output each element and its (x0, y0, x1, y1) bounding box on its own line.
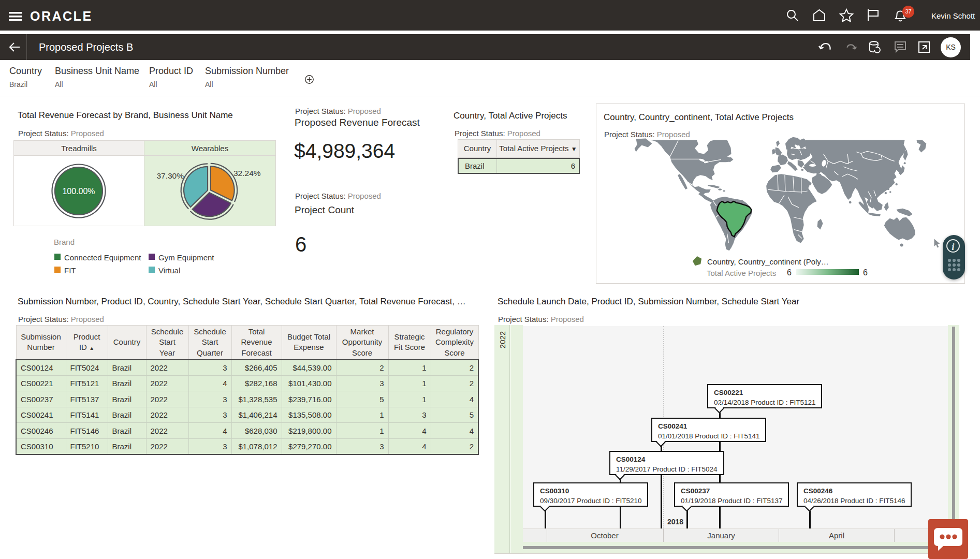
svg-text:100.00%: 100.00% (62, 187, 95, 196)
svg-text:37.30%: 37.30% (156, 171, 184, 180)
svg-text:32.24%: 32.24% (233, 169, 261, 178)
